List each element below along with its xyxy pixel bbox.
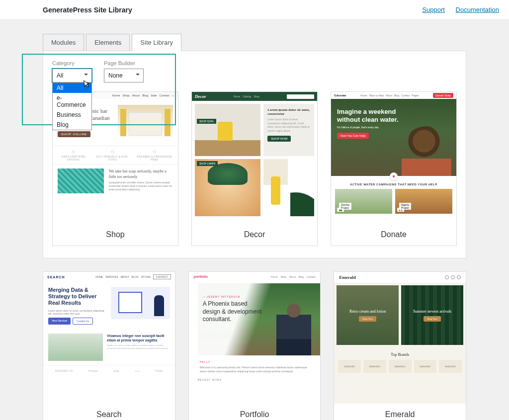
category-select[interactable]: All bbox=[52, 69, 92, 83]
filters: Category All All e-Commerce Business Blo… bbox=[52, 60, 457, 83]
pagebuilder-filter: Page Builder None bbox=[104, 60, 144, 83]
template-card-emerald[interactable]: Emerald Retro cream and lotionShop Now S… bbox=[334, 271, 466, 420]
card-title-search: Search bbox=[43, 404, 175, 420]
template-grid-row1: Shop HomeShopAboutBlogSaleContact⌕ Handm… bbox=[52, 91, 457, 246]
tab-modules[interactable]: Modules bbox=[43, 34, 84, 51]
preview-portfolio: portfolio HomeWorkAboutBlogContact — JER… bbox=[189, 272, 321, 404]
preview-decor: Decor HomeCatalogShop SHOP SOFA Lorem ip… bbox=[192, 92, 317, 224]
template-grid-row2: SEARCH HOMESERVICESABOUTBLOGSTYLESCONTAC… bbox=[43, 271, 466, 420]
category-option-blog[interactable]: Blog bbox=[53, 120, 91, 130]
template-card-donate[interactable]: Gdonate HomeWays to HelpAboutBlogContact… bbox=[331, 91, 457, 246]
template-card-portfolio[interactable]: portfolio HomeWorkAboutBlogContact — JER… bbox=[188, 271, 321, 420]
category-option-ecommerce[interactable]: e-Commerce bbox=[53, 93, 91, 110]
card-title-decor: Decor bbox=[192, 224, 317, 246]
category-option-business[interactable]: Business bbox=[53, 110, 91, 120]
content: Modules Elements Site Library Category A… bbox=[0, 20, 509, 420]
tabs: Modules Elements Site Library bbox=[43, 34, 466, 51]
category-dropdown: All e-Commerce Business Blog bbox=[52, 83, 92, 130]
tab-elements[interactable]: Elements bbox=[86, 34, 130, 51]
category-option-all[interactable]: All bbox=[53, 83, 91, 93]
card-title-donate: Donate bbox=[331, 224, 456, 246]
support-link[interactable]: Support bbox=[422, 6, 445, 13]
topbar: GeneratePress Site Library Support Docum… bbox=[0, 0, 509, 20]
tab-site-library[interactable]: Site Library bbox=[132, 34, 181, 51]
preview-search: SEARCH HOMESERVICESABOUTBLOGSTYLESCONTAC… bbox=[43, 272, 175, 404]
search-icon bbox=[445, 275, 449, 279]
card-title-portfolio: Portfolio bbox=[189, 404, 321, 420]
search-input bbox=[287, 94, 314, 99]
heart-icon: ♥ bbox=[390, 172, 398, 180]
topbar-links: Support Documentation bbox=[413, 6, 499, 13]
main-panel: Category All All e-Commerce Business Blo… bbox=[43, 51, 466, 258]
preview-donate: Gdonate HomeWays to HelpAboutBlogContact… bbox=[331, 92, 456, 224]
pagebuilder-select[interactable]: None bbox=[104, 69, 144, 83]
user-icon bbox=[451, 275, 455, 279]
page-title: GeneratePress Site Library bbox=[43, 6, 132, 14]
template-card-search[interactable]: SEARCH HOMESERVICESABOUTBLOGSTYLESCONTAC… bbox=[43, 271, 175, 420]
card-title-shop: Shop bbox=[53, 224, 178, 246]
pagebuilder-label: Page Builder bbox=[104, 60, 144, 66]
search-icon: ⌕ bbox=[172, 94, 174, 97]
template-card-decor[interactable]: Decor HomeCatalogShop SHOP SOFA Lorem ip… bbox=[191, 91, 318, 246]
documentation-link[interactable]: Documentation bbox=[456, 6, 499, 13]
cart-icon bbox=[457, 275, 461, 279]
preview-emerald: Emerald Retro cream and lotionShop Now S… bbox=[334, 272, 466, 404]
category-filter: Category All All e-Commerce Business Blo… bbox=[52, 60, 92, 83]
category-label: Category bbox=[52, 60, 92, 66]
card-title-emerald: Emerald bbox=[334, 404, 466, 420]
